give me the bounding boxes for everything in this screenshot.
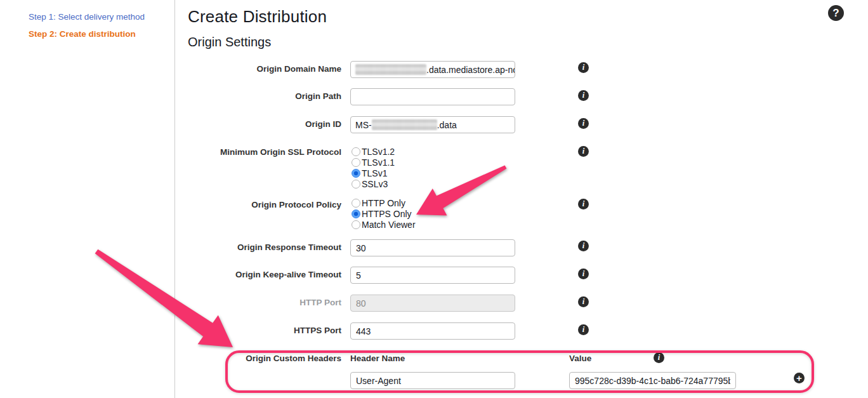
- info-icon[interactable]: i: [578, 296, 589, 307]
- info-icon[interactable]: i: [578, 324, 589, 335]
- origin-custom-headers-label: Origin Custom Headers: [188, 354, 341, 363]
- origin-id-suffix-text: .data: [437, 120, 457, 130]
- radio-icon: [352, 220, 360, 229]
- origin-response-timeout-input[interactable]: [350, 239, 515, 256]
- origin-id-input[interactable]: MS-.data: [350, 116, 515, 133]
- custom-header-value-input[interactable]: [569, 372, 736, 389]
- arrow-to-https-only: [416, 165, 506, 215]
- radio-https-only-selected[interactable]: HTTPS Only: [352, 208, 412, 219]
- radio-tlsv1-2[interactable]: TLSv1.2: [352, 146, 395, 157]
- info-icon[interactable]: i: [654, 352, 664, 363]
- radio-selected-icon: [352, 209, 360, 218]
- http-port-input-disabled: [350, 295, 515, 312]
- radio-label: TLSv1.2: [362, 147, 395, 157]
- radio-sslv3[interactable]: SSLv3: [352, 178, 388, 189]
- radio-icon: [352, 158, 360, 167]
- origin-domain-name-input[interactable]: .data.mediastore.ap-no: [350, 61, 515, 78]
- header-name-column-label: Header Name: [350, 354, 405, 363]
- radio-icon: [352, 199, 360, 208]
- info-icon[interactable]: i: [578, 199, 589, 209]
- custom-header-name-input[interactable]: [350, 372, 515, 389]
- radio-tlsv1-selected[interactable]: TLSv1: [352, 168, 387, 178]
- info-icon[interactable]: i: [578, 90, 589, 101]
- origin-response-timeout-label: Origin Response Timeout: [188, 242, 341, 252]
- create-distribution-page: Step 1: Select delivery method Step 2: C…: [0, 0, 868, 398]
- radio-label: HTTPS Only: [362, 209, 412, 219]
- origin-keepalive-timeout-label: Origin Keep-alive Timeout: [188, 270, 341, 279]
- sidebar-step2-current: Step 2: Create distribution: [29, 29, 136, 39]
- radio-http-only[interactable]: HTTP Only: [352, 197, 405, 208]
- info-icon[interactable]: i: [578, 241, 589, 251]
- radio-tlsv1-1[interactable]: TLSv1.1: [352, 157, 395, 168]
- redacted-text: [372, 119, 437, 130]
- help-icon[interactable]: ?: [828, 5, 844, 21]
- radio-icon: [352, 180, 360, 189]
- radio-label: Match Viewer: [362, 220, 416, 230]
- origin-id-label: Origin ID: [188, 119, 341, 129]
- page-title: Create Distribution: [188, 7, 327, 27]
- radio-label: TLSv1.1: [362, 157, 395, 168]
- sidebar-step1-link[interactable]: Step 1: Select delivery method: [29, 12, 145, 22]
- https-port-label: HTTPS Port: [188, 326, 341, 335]
- origin-id-prefix-text: MS-: [355, 120, 372, 130]
- info-icon[interactable]: i: [578, 118, 589, 129]
- value-column-label: Value: [569, 354, 591, 363]
- http-port-label: HTTP Port: [188, 298, 341, 307]
- info-icon[interactable]: i: [578, 146, 589, 157]
- redacted-text: [355, 64, 426, 75]
- origin-path-label: Origin Path: [188, 91, 341, 101]
- radio-selected-icon: [352, 169, 360, 178]
- radio-label: TLSv1: [362, 168, 387, 178]
- origin-keepalive-timeout-input[interactable]: [350, 267, 515, 284]
- radio-icon: [352, 147, 360, 156]
- add-header-button[interactable]: +: [794, 373, 805, 383]
- origin-domain-name-label: Origin Domain Name: [188, 64, 341, 74]
- sidebar-divider: [174, 0, 175, 398]
- origin-domain-name-visible-text: .data.mediastore.ap-no: [426, 65, 515, 75]
- radio-label: SSLv3: [362, 179, 388, 189]
- radio-match-viewer[interactable]: Match Viewer: [352, 219, 416, 230]
- section-title-origin-settings: Origin Settings: [188, 35, 271, 50]
- origin-path-input[interactable]: [350, 88, 515, 105]
- info-icon[interactable]: i: [578, 269, 589, 279]
- info-icon[interactable]: i: [578, 62, 589, 73]
- min-origin-ssl-protocol-label: Minimum Origin SSL Protocol: [188, 147, 341, 157]
- radio-label: HTTP Only: [362, 198, 405, 208]
- origin-protocol-policy-label: Origin Protocol Policy: [188, 200, 341, 209]
- https-port-input[interactable]: [350, 322, 515, 340]
